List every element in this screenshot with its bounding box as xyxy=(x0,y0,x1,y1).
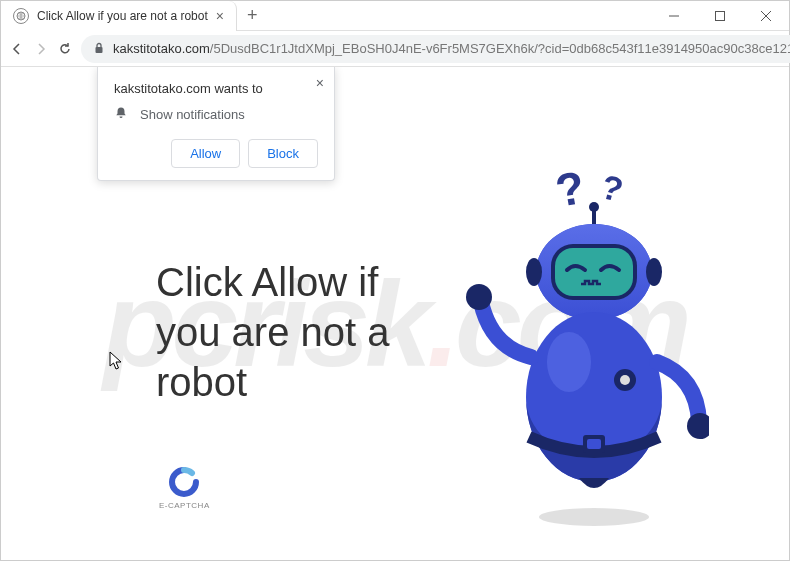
url-text: kakstitotako.com/5DusdBC1r1JtdXMpj_EBoSH… xyxy=(113,41,790,56)
page-headline: Click Allow if you are not a robot xyxy=(156,257,390,407)
address-bar[interactable]: kakstitotako.com/5DusdBC1r1JtdXMpj_EBoSH… xyxy=(81,35,790,63)
bell-icon xyxy=(114,106,128,123)
new-tab-button[interactable]: + xyxy=(237,5,268,26)
browser-tab[interactable]: Click Allow if you are not a robot × xyxy=(1,1,237,31)
popup-permission-row: Show notifications xyxy=(114,106,318,123)
notification-permission-popup: × kakstitotako.com wants to Show notific… xyxy=(97,67,335,181)
cursor-icon xyxy=(109,351,123,375)
maximize-button[interactable] xyxy=(697,1,743,31)
robot-illustration: ? ? xyxy=(449,162,709,536)
page-content: pcrisk.com Click Allow if you are not a … xyxy=(1,67,789,560)
svg-rect-17 xyxy=(555,248,633,296)
permission-label: Show notifications xyxy=(140,107,245,122)
close-window-button[interactable] xyxy=(743,1,789,31)
toolbar: kakstitotako.com/5DusdBC1r1JtdXMpj_EBoSH… xyxy=(1,31,789,67)
svg-rect-25 xyxy=(587,439,601,449)
forward-button[interactable] xyxy=(33,35,49,63)
ecaptcha-icon xyxy=(169,467,199,497)
svg-text:?: ? xyxy=(597,167,627,209)
svg-rect-2 xyxy=(716,11,725,20)
svg-point-18 xyxy=(526,258,542,286)
svg-point-13 xyxy=(589,202,599,212)
minimize-button[interactable] xyxy=(651,1,697,31)
ecaptcha-badge: E-CAPTCHA xyxy=(159,467,210,510)
ecaptcha-label: E-CAPTCHA xyxy=(159,501,210,510)
browser-window: Click Allow if you are not a robot × + k… xyxy=(0,0,790,561)
close-icon[interactable]: × xyxy=(316,75,324,91)
svg-point-28 xyxy=(539,508,649,526)
svg-point-19 xyxy=(646,258,662,286)
svg-text:?: ? xyxy=(552,162,589,217)
close-tab-icon[interactable]: × xyxy=(216,8,224,24)
globe-icon xyxy=(13,8,29,24)
lock-icon xyxy=(93,40,105,58)
svg-point-23 xyxy=(620,375,630,385)
reload-button[interactable] xyxy=(57,35,73,63)
svg-point-21 xyxy=(547,332,591,392)
svg-point-26 xyxy=(466,284,492,310)
svg-rect-5 xyxy=(96,47,103,53)
block-button[interactable]: Block xyxy=(248,139,318,168)
svg-point-27 xyxy=(687,413,709,439)
tab-title: Click Allow if you are not a robot xyxy=(37,9,208,23)
back-button[interactable] xyxy=(9,35,25,63)
allow-button[interactable]: Allow xyxy=(171,139,240,168)
popup-actions: Allow Block xyxy=(114,139,318,168)
titlebar: Click Allow if you are not a robot × + xyxy=(1,1,789,31)
popup-title: kakstitotako.com wants to xyxy=(114,81,318,96)
window-controls xyxy=(651,1,789,31)
